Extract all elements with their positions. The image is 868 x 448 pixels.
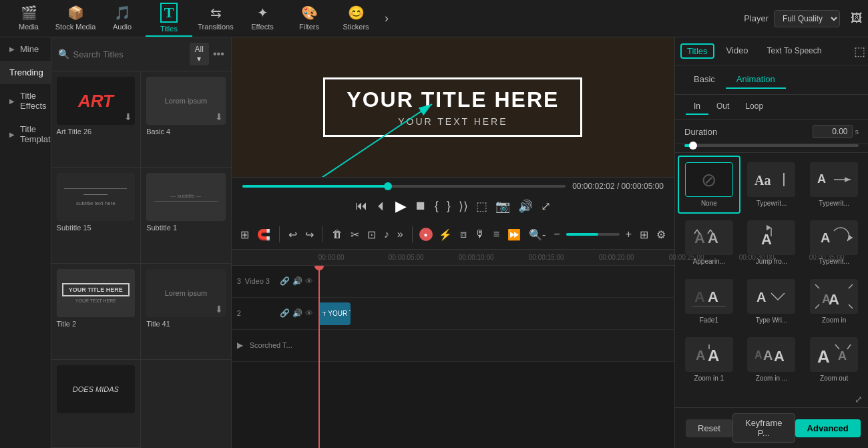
- audio-button[interactable]: 🔊: [518, 199, 533, 214]
- title-card-title2[interactable]: YOUR TITLE HERE YOUR TEXT HERE Title 2: [51, 264, 142, 360]
- reset-button[interactable]: Reset: [686, 419, 732, 437]
- toolbar-stock-media[interactable]: 📦 Stock Media: [52, 1, 99, 37]
- title-card-title41[interactable]: Lorem ipsum ⬇ Title 41: [141, 264, 231, 360]
- frame-back-button[interactable]: ⏴: [375, 199, 387, 213]
- track-audio-icon[interactable]: 🔊: [292, 308, 302, 318]
- expand-icon[interactable]: ⤢: [855, 394, 863, 405]
- anim-tab-animation[interactable]: Animation: [726, 71, 786, 89]
- sidebar-item-title-effects[interactable]: ▶ Title Effects: [0, 84, 51, 118]
- timeline-delete[interactable]: 🗑: [330, 226, 345, 242]
- play-button[interactable]: ▶: [395, 198, 407, 215]
- subtab-loop[interactable]: Loop: [737, 99, 771, 115]
- text-clip[interactable]: T YOUR TEXT: [318, 302, 351, 325]
- timeline-crop[interactable]: ⊡: [365, 226, 378, 243]
- export-icon[interactable]: ⬚: [854, 44, 865, 59]
- toolbar-more[interactable]: ›: [379, 11, 394, 25]
- timeline-add-track[interactable]: ⊞: [238, 226, 251, 243]
- timeline-record[interactable]: ●: [419, 228, 433, 241]
- anim-none[interactable]: ⊘ None: [678, 156, 740, 214]
- keyframe-button[interactable]: Keyframe P...: [732, 413, 795, 443]
- track-link-icon[interactable]: 🔗: [280, 308, 290, 318]
- panel-more-button[interactable]: •••: [213, 48, 224, 60]
- timeline-more[interactable]: »: [395, 226, 405, 242]
- timeline-detach[interactable]: ⧈: [458, 226, 469, 242]
- zoom-slider[interactable]: [566, 233, 620, 236]
- mark-in-button[interactable]: {: [435, 199, 439, 213]
- playhead[interactable]: [318, 266, 320, 449]
- subtab-out[interactable]: Out: [708, 99, 737, 115]
- svg-line-23: [815, 304, 819, 308]
- anim-zoom-out[interactable]: A A Zoom out: [803, 330, 865, 389]
- svg-line-21: [815, 284, 819, 288]
- mark-out-button[interactable]: }: [447, 199, 451, 213]
- anim-fade1[interactable]: A A Fade1: [678, 272, 740, 330]
- sidebar-item-trending[interactable]: Trending: [0, 61, 51, 84]
- toolbar-filters[interactable]: 🎨 Filters: [286, 1, 333, 37]
- toolbar-audio[interactable]: 🎵 Audio: [99, 1, 146, 37]
- anim-typewrite3[interactable]: A Typewrit...: [803, 214, 865, 272]
- timeline-speed[interactable]: ⏩: [505, 226, 523, 243]
- screenshot-icon[interactable]: 🖼: [851, 11, 863, 25]
- duration-input[interactable]: [813, 125, 853, 138]
- tab-titles[interactable]: Titles: [680, 43, 714, 59]
- download-icon[interactable]: ⬇: [215, 111, 223, 122]
- track-audio-icon[interactable]: 🔊: [292, 276, 302, 286]
- send-button[interactable]: ⟩⟩: [459, 199, 468, 214]
- skip-back-button[interactable]: ⏮: [355, 199, 367, 213]
- anim-type-write4[interactable]: A Type Wri...: [740, 272, 803, 330]
- timeline-zoom-out-btn[interactable]: 🔍-: [527, 226, 548, 243]
- track-eye-icon[interactable]: 👁: [305, 276, 313, 286]
- tab-text-to-speech[interactable]: Text To Speech: [758, 38, 831, 65]
- search-input[interactable]: [73, 49, 186, 59]
- title-card-subtitle15[interactable]: ———— subtitle text here Subtitle 15: [51, 168, 142, 264]
- timeline-audio-detach[interactable]: ♪: [382, 226, 391, 242]
- title-card-midas[interactable]: DOES MIDAS: [51, 360, 142, 448]
- progress-bar[interactable]: [242, 185, 566, 188]
- snapshot-button[interactable]: 📷: [495, 199, 510, 214]
- tab-video[interactable]: Video: [717, 37, 758, 65]
- anim-jump-from[interactable]: A Jump fro...: [740, 214, 803, 272]
- timeline-split[interactable]: ✂: [349, 226, 361, 243]
- caption-button[interactable]: ⬚: [476, 199, 487, 214]
- toolbar-effects[interactable]: ✦ Effects: [239, 1, 286, 37]
- timeline-redo[interactable]: ↪: [303, 226, 316, 243]
- download-icon[interactable]: ⬇: [124, 111, 132, 122]
- anim-typewrite2[interactable]: A Typewrit...: [803, 156, 865, 214]
- zoom-out-button[interactable]: −: [552, 226, 562, 242]
- anim-zoom-in-1[interactable]: A A Zoom in 1: [678, 330, 740, 389]
- sidebar-item-title-templates[interactable]: ▶ Title Templates: [0, 118, 51, 151]
- zoom-in-button[interactable]: +: [624, 226, 634, 242]
- timeline-voice[interactable]: 🎙: [473, 226, 487, 242]
- timeline-subtitle[interactable]: ≡: [491, 226, 501, 242]
- anim-tab-basic[interactable]: Basic: [683, 71, 726, 89]
- track-link-icon[interactable]: 🔗: [280, 276, 290, 286]
- timeline-effects-btn[interactable]: ⚡: [437, 226, 454, 243]
- sidebar-item-mine[interactable]: ▶ Mine: [0, 37, 51, 61]
- filter-button[interactable]: All ▾: [190, 43, 209, 65]
- left-sidebar: ▶ Mine Trending ▶ Title Effects ▶ Title …: [0, 37, 51, 448]
- timeline-magnet[interactable]: 🧲: [255, 226, 272, 243]
- toolbar-stickers[interactable]: 😊 Stickers: [333, 1, 379, 37]
- fullscreen-button[interactable]: ⤢: [541, 199, 551, 214]
- subtab-in[interactable]: In: [686, 99, 708, 115]
- title-card-art26[interactable]: ART ⬇ Art Title 26: [51, 71, 142, 168]
- toolbar-titles[interactable]: T Titles: [146, 1, 192, 37]
- track-eye-icon[interactable]: 👁: [305, 308, 313, 318]
- stop-button[interactable]: ⏹: [415, 199, 427, 213]
- title-card-subtitle1[interactable]: — subtitle — Subtitle 1: [141, 168, 231, 264]
- timeline-settings[interactable]: ⚙: [654, 226, 668, 243]
- timeline-grid-button[interactable]: ⊞: [638, 226, 650, 243]
- quality-select[interactable]: Full Quality: [774, 10, 840, 27]
- advanced-button[interactable]: Advanced: [795, 419, 861, 437]
- download-icon[interactable]: ⬇: [215, 304, 223, 314]
- anim-appearing[interactable]: A A Appearin...: [678, 214, 740, 272]
- anim-zoom-in-2[interactable]: A A A Zoom in ...: [740, 330, 803, 389]
- anim-zoom-in[interactable]: A A Zoom in: [803, 272, 865, 330]
- player-bar: Player Full Quality 🖼: [744, 10, 863, 27]
- duration-slider-track[interactable]: [684, 144, 859, 147]
- title-card-basic4[interactable]: Lorem ipsum ⬇ Basic 4: [141, 71, 231, 168]
- anim-typewrite1[interactable]: Aa Typewrit...: [740, 156, 803, 214]
- timeline-undo[interactable]: ↩: [286, 226, 299, 243]
- toolbar-transitions[interactable]: ⇆ Transitions: [192, 1, 239, 37]
- toolbar-media[interactable]: 🎬 Media: [5, 1, 52, 37]
